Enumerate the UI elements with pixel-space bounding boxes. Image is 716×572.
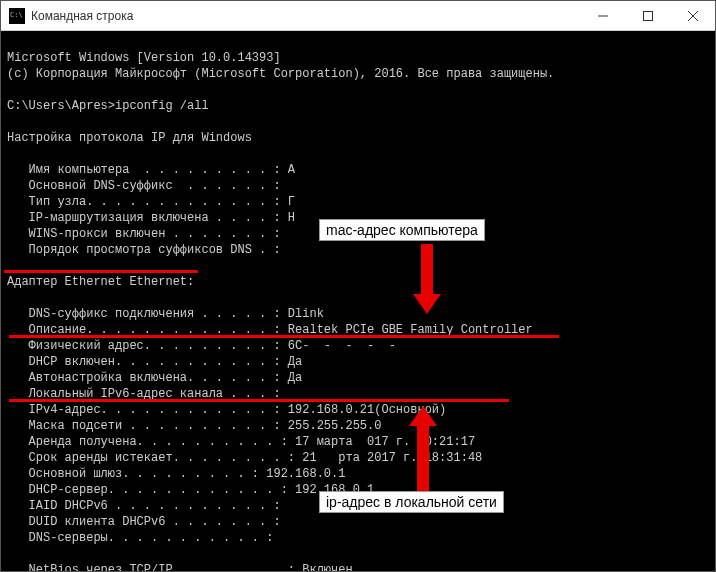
output-line: DNS-серверы. . . . . . . . . . . :: [7, 531, 273, 545]
output-line: IPv4-адрес. . . . . . . . . . . . : 192.…: [7, 403, 446, 417]
maximize-button[interactable]: [625, 1, 670, 31]
output-line: DHCP включен. . . . . . . . . . . : Да: [7, 355, 302, 369]
output-line: NetBios через TCP/IP. . . . . . . . : Вк…: [7, 563, 353, 571]
terminal-output[interactable]: Microsoft Windows [Version 10.0.14393] (…: [1, 31, 715, 571]
output-line: DUID клиента DHCPv6 . . . . . . . :: [7, 515, 281, 529]
annotation-mac-label: mac-адрес компьютера: [319, 219, 485, 241]
output-line: Маска подсети . . . . . . . . . . : 255.…: [7, 419, 381, 433]
output-line: Имя компьютера . . . . . . . . . : A: [7, 163, 295, 177]
annotation-underline-mac: [9, 335, 559, 338]
svg-rect-1: [643, 12, 652, 21]
window-controls: [580, 1, 715, 30]
close-button[interactable]: [670, 1, 715, 31]
titlebar: Командная строка: [1, 1, 715, 31]
annotation-underline-adapter: [4, 270, 198, 273]
output-line: Срок аренды истекает. . . . . . . . : 21…: [7, 451, 482, 465]
output-line: Настройка протокола IP для Windows: [7, 131, 252, 145]
minimize-button[interactable]: [580, 1, 625, 31]
annotation-underline-ipv4: [9, 399, 509, 402]
output-line: Физический адрес. . . . . . . . . : 6C- …: [7, 339, 410, 353]
annotation-arrow-down: [421, 244, 464, 308]
cmd-icon: [9, 8, 25, 24]
output-line: Основной DNS-суффикс . . . . . . :: [7, 179, 281, 193]
output-line: Автонастройка включена. . . . . . : Да: [7, 371, 302, 385]
command-prompt-window: Командная строка Microsoft Windows [Vers…: [0, 0, 716, 572]
output-line: DHCP-сервер. . . . . . . . . . . . : 192…: [7, 483, 374, 497]
output-line: IP-маршрутизация включена . . . . : Н: [7, 211, 295, 225]
window-title: Командная строка: [31, 9, 580, 23]
prompt-line: C:\Users\Apres>ipconfig /all: [7, 99, 209, 113]
output-line: Microsoft Windows [Version 10.0.14393]: [7, 51, 281, 65]
output-line: Адаптер Ethernet Ethernet:: [7, 275, 194, 289]
output-line: (с) Корпорация Майкрософт (Microsoft Cor…: [7, 67, 554, 81]
output-line: Основной шлюз. . . . . . . . . : 192.168…: [7, 467, 345, 481]
output-line: Аренда получена. . . . . . . . . . : 17 …: [7, 435, 475, 449]
output-line: Порядок просмотра суффиксов DNS . :: [7, 243, 281, 257]
output-line: Тип узла. . . . . . . . . . . . . : Г: [7, 195, 295, 209]
output-line: WINS-прокси включен . . . . . . . :: [7, 227, 281, 241]
output-line: DNS-суффикс подключения . . . . . : Dlin…: [7, 307, 324, 321]
output-line: IAID DHCPv6 . . . . . . . . . . . :: [7, 499, 281, 513]
